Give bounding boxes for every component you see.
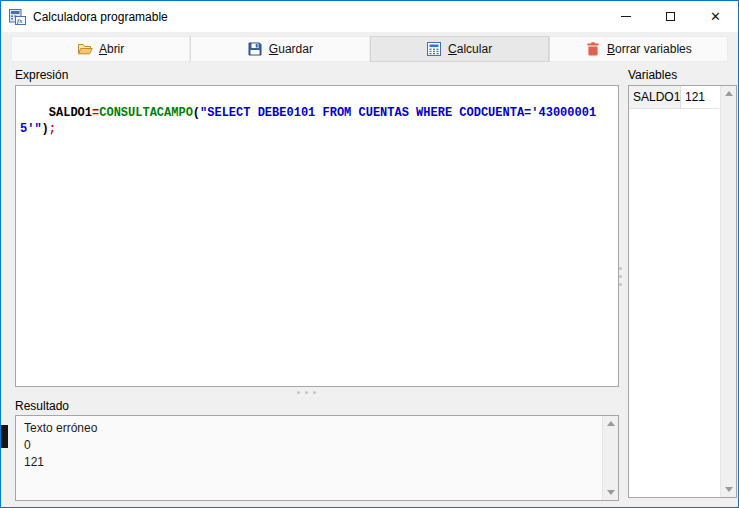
calculate-button-label: Calcular xyxy=(448,42,492,56)
toolbar: Abrir Guardar Calcular xyxy=(1,33,738,63)
expression-code: SALDO1=CONSULTACAMPO("SELECT DEBE0101 FR… xyxy=(20,106,596,136)
result-scrollbar[interactable] xyxy=(602,416,618,500)
save-button-label: Guardar xyxy=(269,42,313,56)
title-bar: fx Calculadora programable ✕ xyxy=(1,1,738,32)
code-segment-identifier: SALDO1 xyxy=(49,106,92,120)
clear-variables-button-label: Borrar variables xyxy=(607,42,692,56)
scroll-down-icon[interactable] xyxy=(607,490,615,495)
result-text: Texto erróneo 0 121 xyxy=(16,416,601,500)
scroll-up-icon[interactable] xyxy=(725,91,733,96)
minimize-button[interactable] xyxy=(603,1,648,32)
trash-icon xyxy=(585,41,601,57)
result-line: 0 xyxy=(24,437,593,454)
minimize-icon xyxy=(621,16,631,17)
background-artifact xyxy=(1,425,8,448)
code-segment-paren: ( xyxy=(193,106,200,120)
variable-row[interactable]: SALDO1 121 xyxy=(629,86,719,109)
maximize-button[interactable] xyxy=(648,1,693,32)
open-button[interactable]: Abrir xyxy=(11,36,190,62)
svg-text:fx: fx xyxy=(17,17,23,24)
result-label: Resultado xyxy=(15,399,69,413)
calculate-button[interactable]: Calcular xyxy=(370,36,549,62)
result-line: 121 xyxy=(24,454,593,471)
code-segment-function: CONSULTACAMPO xyxy=(99,106,193,120)
variable-value: 121 xyxy=(681,86,719,108)
scroll-down-icon[interactable] xyxy=(725,487,733,492)
variables-label: Variables xyxy=(628,68,677,82)
scroll-up-icon[interactable] xyxy=(607,421,615,426)
code-segment-paren: ) xyxy=(42,122,49,136)
calculator-icon xyxy=(426,41,442,57)
close-button[interactable]: ✕ xyxy=(693,1,738,32)
maximize-icon xyxy=(666,12,675,21)
variables-table: SALDO1 121 xyxy=(629,86,719,497)
open-folder-icon xyxy=(77,41,93,57)
result-panel: Texto erróneo 0 121 xyxy=(15,415,619,501)
open-button-label: Abrir xyxy=(99,42,124,56)
variables-panel: SALDO1 121 xyxy=(628,85,737,498)
save-button[interactable]: Guardar xyxy=(190,36,369,62)
result-line: Texto erróneo xyxy=(24,420,593,437)
horizontal-splitter-handle[interactable] xyxy=(297,391,316,394)
app-window: fx Calculadora programable ✕ Abrir Guard… xyxy=(0,0,739,508)
save-icon xyxy=(247,41,263,57)
calculator-fx-app-icon: fx xyxy=(9,8,26,25)
variables-scrollbar[interactable] xyxy=(720,86,736,497)
expression-editor[interactable]: SALDO1=CONSULTACAMPO("SELECT DEBE0101 FR… xyxy=(15,85,619,387)
expression-label: Expresión xyxy=(15,68,68,82)
window-title: Calculadora programable xyxy=(33,10,168,24)
vertical-splitter-handle[interactable] xyxy=(619,267,622,286)
close-icon: ✕ xyxy=(710,10,721,23)
clear-variables-button[interactable]: Borrar variables xyxy=(549,36,728,62)
code-segment-operator: ; xyxy=(49,122,56,136)
variable-name: SALDO1 xyxy=(629,86,681,108)
